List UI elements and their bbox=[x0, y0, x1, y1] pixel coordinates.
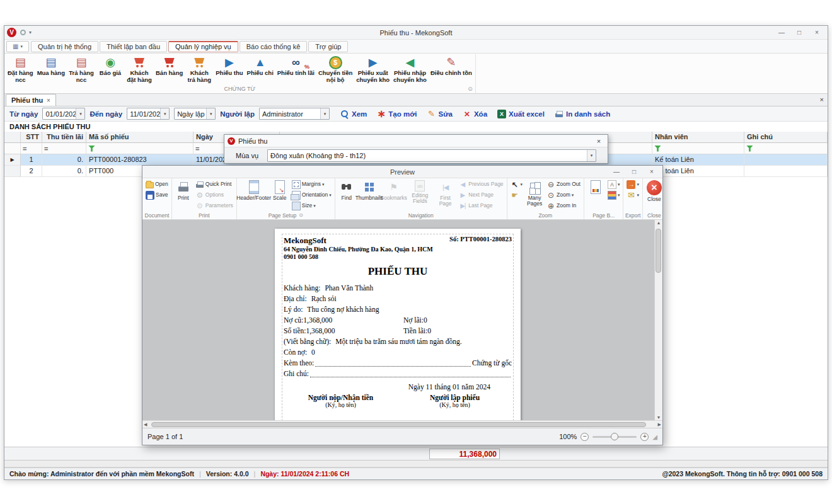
preview-ribbon-button[interactable]: Scale bbox=[270, 179, 290, 202]
preview-ribbon-button[interactable]: Options bbox=[194, 190, 235, 200]
dialog-launcher-icon[interactable]: ⊙ bbox=[468, 85, 473, 93]
season-select[interactable]: Đông xuân (Khoảng th9 - th12) ▾ bbox=[267, 149, 596, 162]
preview-ribbon-button[interactable]: ▾ bbox=[606, 179, 622, 190]
zoom-slider-knob[interactable] bbox=[611, 433, 618, 440]
ribbon-button[interactable]: Trả hàng ncc bbox=[67, 54, 96, 85]
preview-ribbon-button[interactable]: Many Pages bbox=[524, 179, 545, 208]
preview-ribbon-button[interactable]: Header/Footer bbox=[238, 179, 270, 202]
ribbon-button[interactable]: Mua hàng bbox=[35, 54, 67, 85]
dialog-launcher-icon[interactable]: ⊙ bbox=[299, 212, 303, 219]
ribbon-button[interactable]: Phiếu xuất chuyển kho bbox=[354, 54, 391, 85]
scroll-left-icon[interactable]: ◀ bbox=[144, 422, 147, 427]
preview-ribbon-button[interactable]: Zoom In bbox=[545, 200, 582, 211]
preview-ribbon-button[interactable]: ▾ bbox=[625, 190, 641, 200]
filter-cell[interactable] bbox=[652, 143, 744, 154]
preview-close-button[interactable]: × bbox=[644, 166, 660, 177]
tab-phieu-thu[interactable]: Phiếu thu × bbox=[6, 94, 56, 106]
preview-maximize-button[interactable]: □ bbox=[626, 166, 642, 177]
tabstrip-close-icon[interactable]: × bbox=[820, 96, 824, 103]
preview-ribbon-button[interactable] bbox=[509, 190, 525, 200]
preview-ribbon-button[interactable]: Close bbox=[644, 179, 662, 203]
preview-ribbon-button[interactable] bbox=[586, 179, 606, 195]
app-menu-button[interactable]: ▦ ▾ bbox=[6, 41, 29, 52]
filter-cell[interactable] bbox=[42, 143, 86, 154]
ribbon-button[interactable]: Khách đặt hàng bbox=[125, 54, 154, 85]
zoom-in-button[interactable]: + bbox=[640, 433, 649, 441]
row-selector[interactable]: ▶ bbox=[4, 154, 21, 166]
resize-grip-icon[interactable]: ◢ bbox=[652, 433, 657, 440]
ribbon-button[interactable]: Phiếu thu bbox=[214, 54, 245, 85]
preview-ribbon-button[interactable]: Open bbox=[144, 179, 170, 190]
scroll-down-icon[interactable]: ▼ bbox=[657, 415, 661, 420]
filter-cell[interactable] bbox=[86, 143, 194, 154]
preview-ribbon-button[interactable]: First Page bbox=[434, 179, 456, 208]
ribbon-button[interactable]: Đặt hàng ncc bbox=[6, 54, 35, 85]
preview-ribbon-button[interactable]: Next Page bbox=[456, 190, 505, 200]
preview-ribbon-button[interactable]: Print bbox=[173, 179, 194, 202]
ribbon-button[interactable]: Điều chỉnh tồn bbox=[429, 54, 474, 85]
ribbon-button[interactable]: Phiếu tính lãi bbox=[275, 54, 316, 85]
preview-ribbon-button[interactable]: Editing Fields bbox=[406, 179, 434, 208]
ribbon-button[interactable]: Khách trả hàng bbox=[185, 54, 214, 85]
creator-select[interactable]: Administrator ▾ bbox=[259, 108, 330, 120]
preview-ribbon-button[interactable]: Quick Print bbox=[194, 179, 235, 190]
row-selector[interactable] bbox=[4, 166, 21, 177]
ribbon-tab[interactable]: Thiết lập ban đầu bbox=[100, 41, 167, 52]
chevron-down-icon[interactable]: ▾ bbox=[29, 30, 32, 35]
scroll-up-icon[interactable]: ▲ bbox=[657, 220, 661, 225]
preview-ribbon-button[interactable]: Save bbox=[144, 190, 170, 200]
dialog-close-icon[interactable]: × bbox=[593, 137, 604, 145]
record-icon[interactable] bbox=[20, 30, 26, 35]
column-header[interactable]: Nhân viên bbox=[652, 132, 744, 143]
preview-ribbon-button[interactable]: Size ▾ bbox=[290, 200, 333, 211]
column-header[interactable]: Thu tiền lãi bbox=[42, 132, 86, 143]
preview-ribbon-button[interactable]: Previous Page bbox=[456, 179, 505, 190]
preview-ribbon-button[interactable]: Margins ▾ bbox=[290, 179, 333, 190]
tab-close-icon[interactable]: × bbox=[47, 97, 50, 104]
zoom-slider[interactable] bbox=[592, 436, 637, 438]
chevron-down-icon[interactable]: ▾ bbox=[76, 108, 84, 119]
preview-ribbon-button[interactable]: Bookmarks bbox=[381, 179, 405, 208]
preview-ribbon-button[interactable]: Zoom Out bbox=[545, 179, 582, 190]
action-button[interactable]: Xem bbox=[340, 110, 367, 118]
ribbon-button[interactable]: Phiếu chi bbox=[245, 54, 275, 85]
preview-minimize-button[interactable]: — bbox=[608, 166, 625, 177]
filter-cell[interactable] bbox=[744, 143, 828, 154]
action-button[interactable]: Xóa bbox=[463, 110, 487, 118]
maximize-button[interactable]: □ bbox=[791, 27, 807, 38]
action-button[interactable]: Sửa bbox=[427, 110, 453, 118]
filter-cell[interactable] bbox=[4, 143, 21, 154]
minimize-button[interactable]: — bbox=[773, 27, 790, 38]
preview-ribbon-button[interactable]: ▾ bbox=[509, 179, 525, 190]
to-date-input[interactable]: 11/01/2024 ▾ bbox=[127, 108, 170, 120]
ribbon-button[interactable]: Báo giá bbox=[96, 54, 125, 85]
ribbon-button[interactable]: Chuyển tiền nội bộ bbox=[316, 54, 354, 85]
scrollbar-thumb[interactable] bbox=[656, 229, 661, 273]
from-date-input[interactable]: 01/01/2024 ▾ bbox=[42, 108, 85, 120]
column-header[interactable]: Ghi chú bbox=[744, 132, 828, 143]
date-type-select[interactable]: Ngày lập ▾ bbox=[174, 108, 216, 120]
ribbon-tab[interactable]: Quản lý nghiệp vụ bbox=[168, 41, 238, 52]
preview-vertical-scrollbar[interactable]: ▲ ▼ bbox=[654, 220, 662, 420]
action-button[interactable]: In danh sách bbox=[555, 110, 610, 118]
ribbon-button[interactable]: Bán hàng bbox=[154, 54, 185, 85]
zoom-out-button[interactable]: − bbox=[581, 433, 589, 441]
chevron-down-icon[interactable]: ▾ bbox=[320, 108, 329, 119]
chevron-down-icon[interactable]: ▾ bbox=[587, 150, 596, 161]
ribbon-tab[interactable]: Trợ giúp bbox=[308, 41, 348, 52]
action-button[interactable]: Xuất excel bbox=[497, 110, 545, 118]
preview-ribbon-button[interactable]: Thumbnails bbox=[357, 179, 382, 208]
ribbon-tab[interactable]: Quản trị hệ thống bbox=[31, 41, 98, 52]
action-button[interactable]: Tạo mới bbox=[377, 110, 417, 118]
preview-ribbon-button[interactable]: ▾ bbox=[606, 190, 622, 200]
ribbon-button[interactable]: Phiếu nhập chuyển kho bbox=[391, 54, 429, 85]
column-header[interactable]: Mã số phiếu bbox=[86, 132, 194, 143]
ribbon-tab[interactable]: Báo cáo thống kê bbox=[240, 41, 308, 52]
chevron-down-icon[interactable]: ▾ bbox=[160, 108, 169, 119]
preview-ribbon-button[interactable]: Zoom ▾ bbox=[545, 190, 582, 200]
scrollbar-thumb[interactable] bbox=[151, 422, 646, 427]
preview-ribbon-button[interactable]: Orientation ▾ bbox=[290, 190, 333, 200]
chevron-down-icon[interactable]: ▾ bbox=[206, 108, 215, 119]
scroll-right-icon[interactable]: ▶ bbox=[658, 422, 661, 427]
preview-ribbon-button[interactable]: Last Page bbox=[456, 200, 505, 211]
